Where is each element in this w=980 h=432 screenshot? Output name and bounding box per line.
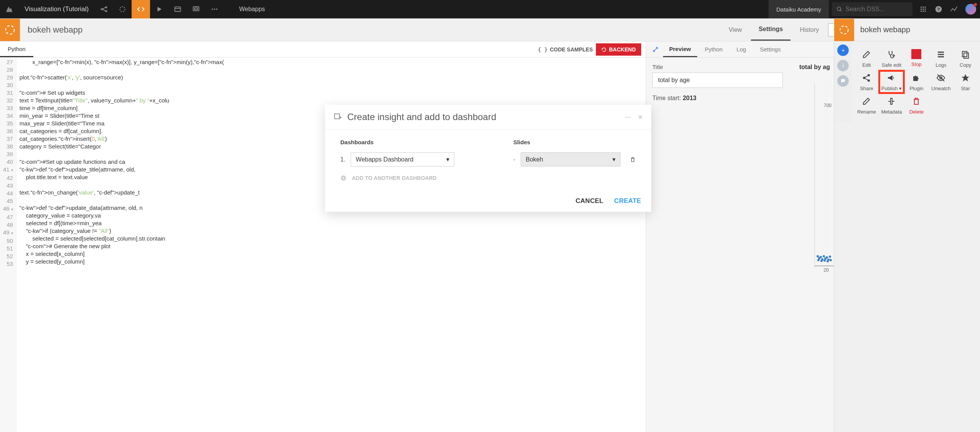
project-title[interactable]: Visualization (Tutorial) (18, 5, 95, 13)
svg-rect-17 (923, 9, 924, 10)
stethoscope-icon (887, 49, 896, 60)
dataiku-logo-icon[interactable] (0, 0, 18, 18)
svg-rect-20 (923, 11, 924, 12)
action-share[interactable]: Share (855, 71, 878, 93)
minimize-icon[interactable]: — (625, 114, 631, 121)
close-icon[interactable]: ✕ (638, 114, 643, 121)
backend-button[interactable]: BACKEND (596, 43, 641, 56)
svg-point-10 (216, 8, 217, 10)
rightbar-title: bokeh webapp (854, 25, 916, 34)
global-topbar: Visualization (Tutorial) Webapps Dataiku… (0, 0, 980, 18)
row-number: 1. (340, 156, 345, 163)
editor-tab-python[interactable]: Python (0, 42, 33, 57)
apps-icon[interactable] (916, 0, 931, 18)
dashboard-select[interactable]: Webapps Dashboard ▾ (351, 152, 454, 167)
action-copy[interactable]: Copy (954, 48, 977, 69)
svg-point-40 (823, 259, 826, 262)
svg-rect-19 (921, 11, 922, 12)
webapp-logo-icon (0, 19, 20, 41)
editor-pane: Python { } CODE SAMPLES BACKEND 27282930… (0, 41, 646, 432)
metadata-icon (887, 96, 896, 107)
action-delete[interactable]: Delete (905, 94, 928, 116)
expand-icon[interactable] (649, 46, 662, 53)
section-label: Webapps (224, 6, 280, 13)
action-rename[interactable]: Rename (855, 94, 878, 116)
svg-point-3 (120, 7, 125, 12)
webapp-subheader: bokeh webapp View Settings History REFRE… (0, 18, 980, 41)
cancel-button[interactable]: CANCEL (576, 197, 604, 205)
academy-link[interactable]: Dataiku Academy (769, 0, 829, 18)
action-safe-edit[interactable]: Safe edit (879, 48, 903, 69)
svg-rect-13 (921, 7, 922, 8)
add-another-dashboard[interactable]: ADD TO ANOTHER DASHBOARD (340, 175, 636, 181)
create-button[interactable]: CREATE (614, 197, 641, 205)
svg-line-12 (840, 10, 841, 11)
svg-point-9 (214, 8, 215, 10)
preview-tab-log[interactable]: Log (730, 42, 752, 56)
row-separator: - (513, 156, 515, 163)
remove-row-button[interactable] (630, 157, 636, 163)
modal-title: Create insight and add to dashboard (347, 112, 496, 122)
tab-settings[interactable]: Settings (751, 19, 790, 41)
activity-icon[interactable] (946, 0, 962, 18)
action-metadata[interactable]: Metadata (879, 94, 903, 116)
action-star[interactable]: Star (954, 71, 977, 93)
copy-icon (961, 49, 970, 60)
stop-icon (911, 49, 921, 59)
preview-pane: Preview Python Log Settings Title Time s… (646, 41, 834, 432)
edit-icon (862, 49, 871, 60)
pencil-icon (862, 96, 871, 107)
svg-point-42 (830, 259, 832, 261)
action-logs[interactable]: Logs (929, 48, 952, 69)
help-icon[interactable]: ? (931, 0, 946, 18)
flow-icon[interactable] (95, 0, 113, 18)
strip-add-icon[interactable]: + (837, 45, 849, 56)
svg-text:?: ? (937, 7, 940, 12)
svg-rect-50 (964, 53, 968, 58)
slide-select[interactable]: Bokeh ▾ (521, 152, 620, 167)
action-unwatch[interactable]: Unwatch (929, 71, 952, 93)
svg-point-45 (840, 26, 848, 34)
svg-rect-18 (925, 9, 926, 10)
preview-title-input[interactable] (652, 73, 783, 88)
svg-rect-7 (195, 8, 198, 10)
webapp-title: bokeh webapp (20, 25, 90, 35)
svg-point-24 (6, 25, 15, 34)
strip-chat-icon[interactable] (837, 75, 849, 87)
preview-tab-preview[interactable]: Preview (663, 42, 697, 57)
tab-history[interactable]: History (792, 20, 827, 40)
svg-rect-21 (925, 11, 926, 12)
screen-icon[interactable] (187, 0, 205, 18)
dashboards-label: Dashboards (340, 139, 498, 145)
svg-point-8 (212, 8, 213, 10)
tab-view[interactable]: View (721, 20, 749, 40)
search-input[interactable] (846, 6, 908, 13)
svg-point-38 (817, 259, 820, 261)
chevron-down-icon: ▾ (446, 156, 449, 163)
publish-modal: Create insight and add to dashboard — ✕ … (325, 105, 651, 212)
chevron-down-icon: ▾ (612, 156, 615, 163)
code-samples-button[interactable]: { } CODE SAMPLES (538, 46, 593, 53)
preview-tab-settings[interactable]: Settings (754, 42, 787, 56)
action-publish[interactable]: Publish ▾ (879, 71, 903, 93)
action-plugin[interactable]: Plugin (905, 71, 928, 93)
global-search[interactable] (832, 2, 912, 16)
slides-label: Slides (513, 139, 636, 145)
trash-icon (912, 96, 921, 107)
svg-rect-59 (335, 114, 340, 119)
circle-icon[interactable] (113, 0, 132, 18)
svg-rect-56 (891, 98, 892, 104)
strip-info-icon[interactable]: i (837, 60, 849, 71)
chart-area: 20 (799, 76, 834, 275)
preview-tab-python[interactable]: Python (699, 42, 729, 56)
code-icon[interactable] (132, 0, 150, 18)
share-icon (862, 73, 871, 83)
card-icon[interactable] (168, 0, 187, 18)
refresh-icon (601, 47, 607, 52)
svg-point-29 (817, 255, 819, 257)
more-icon[interactable] (205, 0, 224, 18)
action-stop[interactable]: Stop (905, 48, 928, 69)
user-avatar[interactable] (965, 4, 976, 15)
play-icon[interactable] (150, 0, 168, 18)
action-edit[interactable]: Edit (855, 48, 878, 69)
